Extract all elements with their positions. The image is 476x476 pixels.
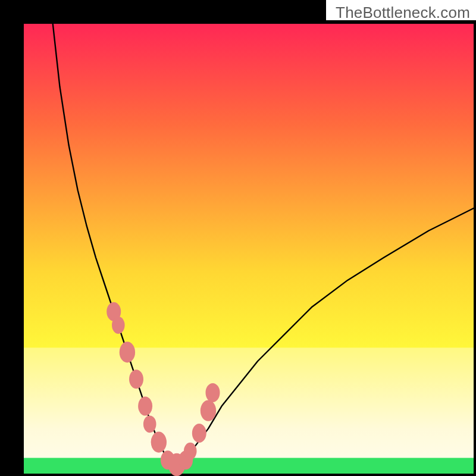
watermark-text: TheBottleneck.com: [336, 4, 470, 22]
marker-dot: [192, 424, 206, 443]
marker-dot: [112, 317, 125, 334]
marker-dot: [120, 342, 135, 362]
green-band: [24, 458, 474, 474]
marker-dot: [138, 397, 152, 416]
marker-dot: [206, 383, 220, 402]
chart-stage: TheBottleneck.com: [0, 0, 476, 476]
marker-dot: [151, 432, 167, 453]
marker-dot: [184, 443, 197, 460]
marker-dot: [129, 369, 143, 389]
marker-dot: [201, 400, 216, 421]
pale-band: [24, 347, 474, 474]
bottleneck-chart: [0, 0, 476, 476]
marker-dot: [143, 415, 156, 433]
